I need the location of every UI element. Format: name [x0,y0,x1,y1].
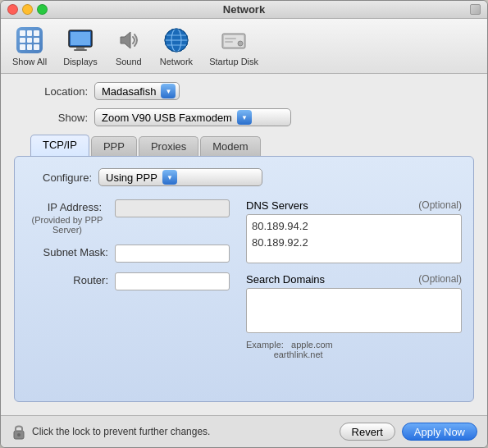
svg-rect-15 [225,41,233,43]
content-area: Location: Madasafish ▼ Show: Zoom V90 US… [1,74,487,415]
router-label: Router: [26,272,108,286]
configure-label: Configure: [26,171,92,184]
location-row: Location: Madasafish ▼ [14,82,474,100]
apply-now-button[interactable]: Apply Now [402,423,477,441]
tab-proxies[interactable]: Proxies [139,136,198,156]
lock-icon [11,423,27,440]
router-input[interactable] [115,272,230,290]
bottom-bar: Click the lock to prevent further change… [1,415,487,447]
lock-text: Click the lock to prevent further change… [32,426,210,437]
example-value2: earthlink.net [274,350,323,359]
form-columns: IP Address: (Provided by PPP Server) Sub… [26,199,462,359]
svg-point-13 [238,41,243,46]
show-label: Show: [14,112,88,124]
main-panel: Configure: Using PPP ▼ IP Address: [14,156,474,402]
toolbar-displays[interactable]: Displays [60,24,101,68]
search-domains-box[interactable] [246,288,462,333]
toolbar-network[interactable]: Network [157,24,196,68]
show-value: Zoom V90 USB Faxmodem [102,112,232,124]
svg-marker-4 [121,32,130,48]
dns-servers-box[interactable]: 80.189.94.2 80.189.92.2 [246,214,462,263]
search-optional-label: (Optional) [418,273,462,286]
toolbar-sound[interactable]: Sound [111,24,147,68]
window-title: Network [223,3,265,16]
dns-header: DNS Servers (Optional) [246,199,462,212]
location-arrow-icon: ▼ [161,84,176,98]
example-label: Example: [246,340,284,350]
toolbar-show-all[interactable]: Show All [9,24,50,68]
subnet-mask-label: Subnet Mask: [26,245,108,258]
location-label: Location: [14,85,88,98]
network-icon [162,25,191,55]
ip-address-input[interactable] [115,199,230,217]
minimize-button[interactable] [22,4,33,15]
lock-button[interactable]: Click the lock to prevent further change… [11,423,340,440]
subnet-mask-input[interactable] [115,245,230,263]
svg-rect-3 [74,49,87,51]
traffic-lights [7,4,48,15]
show-arrow-icon: ▼ [237,110,252,125]
tabs-container: TCP/IP PPP Proxies Modem Configure: [14,135,474,402]
system-preferences-window: Network Show All [0,0,488,448]
location-selector[interactable]: Madasafish ▼ [94,82,180,100]
search-header: Search Domains (Optional) [246,273,462,286]
close-button[interactable] [7,4,18,15]
dns-optional-label: (Optional) [418,199,462,212]
btn-group: Revert Apply Now [340,423,477,441]
tab-modem[interactable]: Modem [200,136,260,156]
resize-button[interactable] [470,4,481,15]
maximize-button[interactable] [37,4,48,15]
example-value1: apple.com [291,340,333,350]
search-domains-label: Search Domains [246,273,325,286]
tab-tcpip[interactable]: TCP/IP [30,135,89,156]
svg-rect-1 [71,32,90,45]
sound-label: Sound [116,57,142,66]
toolbar-startup-disk[interactable]: Startup Disk [206,24,262,68]
startup-disk-icon [219,25,249,55]
subnet-mask-field: Subnet Mask: [26,245,230,263]
show-selector[interactable]: Zoom V90 USB Faxmodem ▼ [94,108,291,126]
startup-disk-label: Startup Disk [209,57,258,66]
ip-address-label: IP Address: [48,199,102,213]
ip-address-field: IP Address: (Provided by PPP Server) [26,199,230,235]
dns-entry-2: 80.189.92.2 [252,235,456,251]
configure-arrow-icon: ▼ [162,170,177,185]
router-field: Router: [26,272,230,290]
toolbar: Show All Displays [1,19,487,74]
displays-label: Displays [63,57,98,66]
revert-button[interactable]: Revert [340,423,395,441]
dns-entry-1: 80.189.94.2 [252,218,456,235]
configure-value: Using PPP [106,171,157,184]
show-all-label: Show All [12,57,47,66]
dns-servers-label: DNS Servers [246,199,308,212]
sound-icon [114,25,144,55]
search-domains-section: Search Domains (Optional) [246,273,462,333]
show-all-icon [15,25,44,55]
location-value: Madasafish [102,85,156,98]
form-left: IP Address: (Provided by PPP Server) Sub… [26,199,230,359]
svg-rect-14 [225,38,236,39]
title-bar: Network [1,1,487,19]
displays-icon [66,25,95,55]
network-label: Network [160,57,193,66]
tab-ppp[interactable]: PPP [91,136,137,156]
show-row: Show: Zoom V90 USB Faxmodem ▼ [14,108,474,126]
svg-point-17 [17,433,21,437]
ip-label-group: IP Address: (Provided by PPP Server) [26,199,108,235]
tabs-strip: TCP/IP PPP Proxies Modem [14,135,474,156]
example-text: Example: apple.com earthlink.net [246,340,462,359]
form-right: DNS Servers (Optional) 80.189.94.2 80.18… [246,199,462,359]
dns-section: DNS Servers (Optional) 80.189.94.2 80.18… [246,199,462,263]
configure-row: Configure: Using PPP ▼ [26,168,462,186]
ip-address-sublabel: (Provided by PPP Server) [26,215,108,235]
configure-selector[interactable]: Using PPP ▼ [98,168,262,186]
